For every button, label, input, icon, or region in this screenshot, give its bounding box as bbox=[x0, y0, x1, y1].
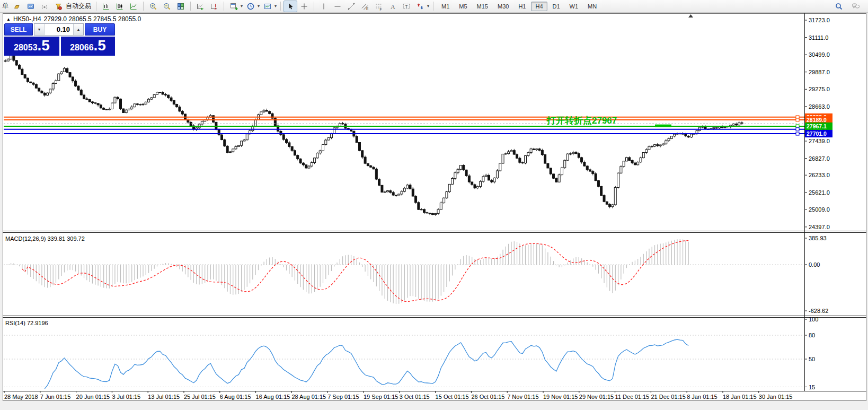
templates-button[interactable] bbox=[261, 1, 274, 12]
chart-area[interactable]: 打开转折点2796731723.031111.030499.029887.029… bbox=[0, 0, 868, 410]
timeframe-m30-button[interactable]: M30 bbox=[493, 2, 513, 11]
collapse-marker-icon[interactable]: ▲ bbox=[6, 17, 11, 22]
zoom-in-button[interactable] bbox=[146, 1, 160, 12]
timeframe-h4-button[interactable]: H4 bbox=[531, 2, 547, 11]
candle-body bbox=[150, 98, 153, 99]
dropdown-caret-icon[interactable]: ▾ bbox=[240, 4, 244, 8]
time-tick-label[interactable]: 18 Jan 01:15 bbox=[723, 394, 757, 400]
candle-body bbox=[488, 175, 490, 180]
text-button[interactable]: A bbox=[386, 1, 400, 12]
candle-body bbox=[136, 104, 138, 104]
dropdown-caret-icon[interactable]: ▾ bbox=[273, 4, 278, 8]
time-tick-label[interactable]: 7 Jun 01:15 bbox=[40, 394, 71, 400]
new-order-label[interactable]: 单 bbox=[2, 2, 8, 11]
new-chart-button[interactable] bbox=[227, 1, 241, 12]
vertical-line-icon bbox=[320, 2, 328, 11]
candle-body bbox=[412, 189, 414, 196]
crosshair-button[interactable] bbox=[297, 1, 311, 12]
time-tick-label[interactable]: 16 Aug 01:15 bbox=[256, 394, 290, 400]
candle-body bbox=[75, 81, 77, 86]
time-tick-label[interactable]: 28 May 2018 bbox=[4, 394, 38, 400]
chart-shift-button[interactable] bbox=[207, 1, 221, 12]
volume-increase-button[interactable]: ▲ bbox=[73, 24, 83, 35]
fibonacci-button[interactable]: F bbox=[372, 1, 386, 12]
candle-body bbox=[327, 138, 330, 140]
equidistant-channel-button[interactable]: E bbox=[358, 1, 372, 12]
volume-value[interactable]: 0.10 bbox=[45, 24, 73, 35]
text-label-button[interactable]: T bbox=[400, 1, 413, 12]
autotrade-label[interactable]: 自动交易 bbox=[66, 2, 91, 11]
cursor-button[interactable] bbox=[284, 1, 297, 12]
horizontal-line-button[interactable] bbox=[331, 1, 344, 12]
time-tick-label[interactable]: 8 Jan 01:15 bbox=[687, 394, 718, 400]
time-tick-label[interactable]: 3 Oct 01:15 bbox=[400, 394, 430, 400]
autotrade-funnel-button[interactable] bbox=[51, 1, 65, 12]
periods-clock-button[interactable] bbox=[244, 1, 258, 12]
line-handle[interactable] bbox=[796, 132, 799, 135]
auto-scroll-icon bbox=[196, 2, 205, 11]
sell-price-display[interactable]: 28053 .5 bbox=[4, 37, 59, 56]
timeframe-m5-button[interactable]: M5 bbox=[455, 2, 471, 11]
arrows-button[interactable] bbox=[413, 1, 427, 12]
buy-button[interactable]: BUY bbox=[85, 23, 115, 36]
tile-windows-button[interactable] bbox=[174, 1, 188, 12]
volume-decrease-button[interactable]: ▼ bbox=[34, 24, 45, 35]
zoom-out-button[interactable] bbox=[160, 1, 174, 12]
candle-body bbox=[459, 165, 462, 170]
line-handle[interactable] bbox=[796, 125, 799, 128]
time-tick-label[interactable]: 7 Nov 01:15 bbox=[507, 394, 538, 400]
time-tick-label[interactable]: 28 Aug 01:15 bbox=[291, 394, 326, 400]
time-tick-label[interactable]: 26 Oct 01:15 bbox=[471, 394, 504, 400]
buy-price-display[interactable]: 28066 .5 bbox=[61, 37, 115, 56]
auto-scroll-button[interactable] bbox=[193, 1, 207, 12]
time-tick-label[interactable]: 19 Nov 01:15 bbox=[543, 394, 578, 400]
line-handle[interactable] bbox=[796, 128, 799, 131]
candle-body bbox=[173, 100, 175, 104]
autotrade-funnel-icon bbox=[54, 2, 63, 11]
time-tick-label[interactable]: 11 Dec 01:15 bbox=[615, 394, 650, 400]
signal-button[interactable] bbox=[38, 1, 51, 12]
candlestick-button[interactable] bbox=[113, 1, 127, 12]
dropdown-caret-icon[interactable]: ▾ bbox=[256, 4, 261, 8]
time-tick-label[interactable]: 3 Jul 01:15 bbox=[112, 394, 140, 400]
green-line-segment[interactable] bbox=[655, 125, 671, 127]
vertical-line-button[interactable] bbox=[317, 1, 331, 12]
time-tick-label[interactable]: 6 Aug 01:15 bbox=[220, 394, 251, 400]
timeframe-d1-button[interactable]: D1 bbox=[548, 2, 564, 11]
candle-body bbox=[468, 176, 470, 182]
candle-body bbox=[237, 145, 240, 146]
trend-line-button[interactable] bbox=[344, 1, 358, 12]
one-click-trading-panel: SELL ▼ 0.10 ▲ BUY 28053 .5 28066 .5 bbox=[4, 23, 115, 56]
time-tick-label[interactable]: 29 Nov 01:15 bbox=[579, 394, 614, 400]
bar-chart-icon bbox=[102, 2, 110, 11]
candle-body bbox=[423, 210, 425, 213]
dropdown-caret-icon[interactable]: ▾ bbox=[426, 4, 430, 8]
timeframe-h1-button[interactable]: H1 bbox=[514, 2, 530, 11]
candle-body bbox=[614, 188, 616, 205]
time-tick-label[interactable]: 7 Sep 01:15 bbox=[327, 394, 359, 400]
time-tick-label[interactable]: 15 Oct 01:15 bbox=[436, 394, 469, 400]
line-handle[interactable] bbox=[796, 118, 799, 121]
candle-body bbox=[291, 146, 293, 150]
time-tick-label[interactable]: 30 Jan 01:15 bbox=[759, 394, 793, 400]
timeframe-w1-button[interactable]: W1 bbox=[565, 2, 583, 11]
line-chart-button[interactable] bbox=[127, 1, 140, 12]
time-tick-label[interactable]: 25 Jul 01:15 bbox=[184, 394, 216, 400]
time-tick-label[interactable]: 19 Sep 01:15 bbox=[364, 394, 398, 400]
candle-body bbox=[625, 158, 627, 161]
time-tick-label[interactable]: 20 Jun 01:15 bbox=[76, 394, 110, 400]
chat-button[interactable] bbox=[849, 1, 863, 12]
time-tick-label[interactable]: 21 Dec 01:15 bbox=[651, 394, 685, 400]
timeframe-m15-button[interactable]: M15 bbox=[473, 2, 492, 11]
bar-chart-button[interactable] bbox=[99, 1, 113, 12]
sell-button[interactable]: SELL bbox=[4, 23, 33, 36]
search-button[interactable] bbox=[832, 1, 846, 12]
buy-price-main: 28066 bbox=[70, 38, 94, 57]
timeframe-m1-button[interactable]: M1 bbox=[437, 2, 454, 11]
chart-window-button[interactable] bbox=[24, 1, 38, 12]
time-tick-label[interactable]: 13 Jul 01:15 bbox=[148, 394, 180, 400]
gold-ingot-button[interactable] bbox=[10, 1, 24, 12]
candle-body bbox=[732, 124, 734, 125]
timeframe-mn-button[interactable]: MN bbox=[583, 2, 601, 11]
level-price-label: 27701.0 bbox=[807, 130, 827, 137]
